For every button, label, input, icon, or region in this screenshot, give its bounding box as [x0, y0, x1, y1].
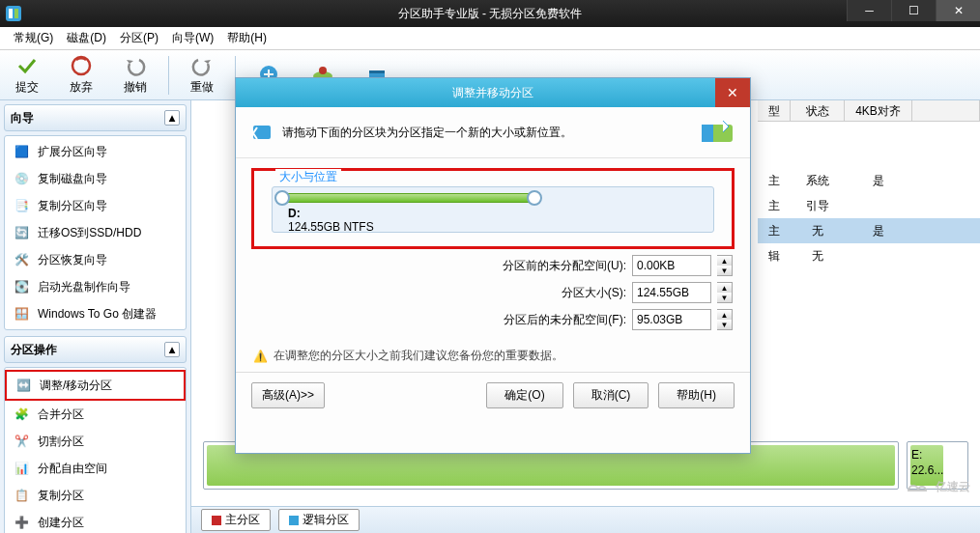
sidebar-item-copy-disk[interactable]: 💿复制磁盘向导: [5, 165, 186, 192]
cancel-button[interactable]: 取消(C): [573, 382, 649, 408]
redo-icon: [190, 54, 214, 77]
table-row[interactable]: 辑无: [758, 243, 980, 268]
partition-size-label: 分区大小(S):: [452, 285, 626, 301]
ops-panel-header[interactable]: 分区操作 ▴: [4, 336, 187, 363]
legend-logical: 逻辑分区: [278, 509, 360, 531]
warning-icon: ⚠️: [253, 350, 268, 363]
after-space-spinner[interactable]: ▲▼: [717, 309, 733, 330]
menu-bar: 常规(G) 磁盘(D) 分区(P) 向导(W) 帮助(H): [0, 27, 980, 50]
merge-icon: 🧩: [13, 406, 30, 423]
chevron-up-icon[interactable]: ▴: [164, 342, 180, 357]
sidebar-item-allocate[interactable]: 📊分配自由空间: [5, 455, 186, 482]
ok-button[interactable]: 确定(O): [486, 382, 562, 408]
advanced-button[interactable]: 高级(A)>>: [251, 382, 325, 408]
svg-rect-0: [6, 6, 21, 21]
slider-fill: [282, 193, 533, 203]
wizard-panel-body: 🟦扩展分区向导 💿复制磁盘向导 📑复制分区向导 🔄迁移OS到SSD/HDD 🛠️…: [4, 135, 187, 330]
copy-icon: 📋: [13, 487, 30, 504]
table-row[interactable]: 主系统是: [758, 168, 980, 193]
svg-rect-2: [14, 9, 18, 18]
sidebar-item-recovery[interactable]: 🛠️分区恢复向导: [5, 246, 186, 273]
help-button[interactable]: 帮助(H): [658, 382, 735, 408]
copy-icon: 📑: [13, 197, 30, 214]
dialog-title: 调整并移动分区: [452, 85, 533, 101]
col-empty: [912, 100, 980, 121]
partition-size-input[interactable]: [632, 282, 711, 303]
svg-point-3: [72, 57, 90, 74]
sidebar-item-bootcd[interactable]: 💽启动光盘制作向导: [5, 273, 186, 300]
disk-e-label: E: 22.6...: [911, 448, 943, 478]
before-space-input[interactable]: [632, 255, 711, 276]
size-position-group: 大小与位置 D: 124.55GB NTFS: [251, 168, 735, 249]
discard-button[interactable]: 放弃: [54, 54, 108, 96]
sidebar-item-create[interactable]: ➕创建分区: [5, 509, 186, 533]
sidebar-item-resize-move[interactable]: ↔️调整/移动分区: [5, 370, 186, 401]
menu-disk[interactable]: 磁盘(D): [61, 27, 112, 49]
svg-rect-8: [369, 70, 385, 73]
wizard-icon: [251, 122, 273, 143]
watermark: 亿速云: [903, 477, 970, 496]
sidebar-item-migrate-os[interactable]: 🔄迁移OS到SSD/HDD: [5, 219, 186, 246]
before-space-label: 分区前的未分配空间(U):: [452, 258, 626, 274]
minimize-button[interactable]: ─: [847, 0, 891, 21]
redo-button[interactable]: 重做: [175, 54, 229, 96]
svg-rect-1: [9, 9, 13, 18]
chevron-up-icon[interactable]: ▴: [164, 110, 180, 126]
allocate-icon: 📊: [13, 460, 30, 477]
dialog-instruction: 请拖动下面的分区块为分区指定一个新的大小或新位置。: [282, 125, 572, 141]
status-bar: 主分区 逻辑分区: [191, 506, 980, 533]
svg-rect-11: [702, 125, 713, 142]
after-space-input[interactable]: [632, 309, 711, 330]
warning-text: 在调整您的分区大小之前我们建议您备份您的重要数据。: [274, 348, 563, 364]
table-row[interactable]: 主引导: [758, 193, 980, 218]
undo-icon: [124, 54, 147, 77]
sidebar-item-extend-wizard[interactable]: 🟦扩展分区向导: [5, 138, 186, 165]
toolbar-separator: [168, 56, 169, 95]
partition-slider[interactable]: D: 124.55GB NTFS: [272, 186, 714, 233]
sidebar-item-wintogo[interactable]: 🪟Windows To Go 创建器: [5, 300, 186, 327]
legend-primary: 主分区: [201, 509, 271, 531]
menu-partition[interactable]: 分区(P): [114, 27, 164, 49]
resize-move-dialog: 调整并移动分区 ✕ 请拖动下面的分区块为分区指定一个新的大小或新位置。 大小与位…: [235, 77, 751, 454]
col-align[interactable]: 4KB对齐: [845, 100, 912, 121]
window-titlebar: 分区助手专业版 - 无损分区免费软件 ─ ☐ ✕: [0, 0, 980, 27]
col-status[interactable]: 状态: [791, 100, 845, 121]
sidebar-item-merge[interactable]: 🧩合并分区: [5, 401, 186, 428]
drive-letter: D:: [288, 207, 301, 220]
dialog-button-row: 高级(A)>> 确定(O) 取消(C) 帮助(H): [236, 372, 750, 418]
split-icon: ✂️: [13, 433, 30, 450]
ops-panel-body: ↔️调整/移动分区 🧩合并分区 ✂️切割分区 📊分配自由空间 📋复制分区 ➕创建…: [4, 367, 187, 533]
menu-help[interactable]: 帮助(H): [221, 27, 273, 49]
dialog-close-button[interactable]: ✕: [715, 78, 750, 107]
undo-button[interactable]: 撤销: [108, 54, 162, 96]
sidebar-item-copy-partition[interactable]: 📑复制分区向导: [5, 192, 186, 219]
col-type[interactable]: 型: [758, 100, 791, 121]
after-space-label: 分区后的未分配空间(F):: [452, 312, 626, 328]
slider-handle-left[interactable]: [274, 190, 290, 206]
commit-button[interactable]: 提交: [0, 54, 54, 96]
table-row[interactable]: 主无是: [758, 218, 980, 243]
partition-size-spinner[interactable]: ▲▼: [717, 282, 733, 303]
sidebar: 向导 ▴ 🟦扩展分区向导 💿复制磁盘向导 📑复制分区向导 🔄迁移OS到SSD/H…: [0, 100, 191, 533]
close-button[interactable]: ✕: [936, 0, 980, 21]
sidebar-item-split[interactable]: ✂️切割分区: [5, 428, 186, 455]
menu-general[interactable]: 常规(G): [8, 27, 59, 49]
grid-body: 主系统是 主引导 主无是 辑无: [758, 168, 980, 268]
wizard-panel-header[interactable]: 向导 ▴: [4, 104, 187, 131]
maximize-button[interactable]: ☐: [891, 0, 936, 21]
slider-handle-right[interactable]: [527, 190, 542, 206]
dialog-titlebar[interactable]: 调整并移动分区 ✕: [236, 78, 750, 107]
before-space-spinner[interactable]: ▲▼: [717, 255, 733, 276]
resize-icon: ↔️: [14, 377, 32, 394]
size-inputs: 分区前的未分配空间(U): ▲▼ 分区大小(S): ▲▼ 分区后的未分配空间(F…: [236, 255, 750, 340]
partition-graphic-icon: [700, 119, 735, 146]
windows-icon: 🪟: [13, 305, 30, 323]
migrate-icon: 🔄: [13, 224, 30, 241]
sidebar-item-copy[interactable]: 📋复制分区: [5, 482, 186, 509]
partition-icon: 🟦: [13, 143, 30, 160]
menu-wizard[interactable]: 向导(W): [166, 27, 219, 49]
app-icon: [6, 6, 21, 21]
grid-header: 型 状态 4KB对齐: [758, 100, 980, 122]
window-title: 分区助手专业版 - 无损分区免费软件: [398, 6, 583, 22]
warning-row: ⚠️ 在调整您的分区大小之前我们建议您备份您的重要数据。: [236, 340, 750, 372]
